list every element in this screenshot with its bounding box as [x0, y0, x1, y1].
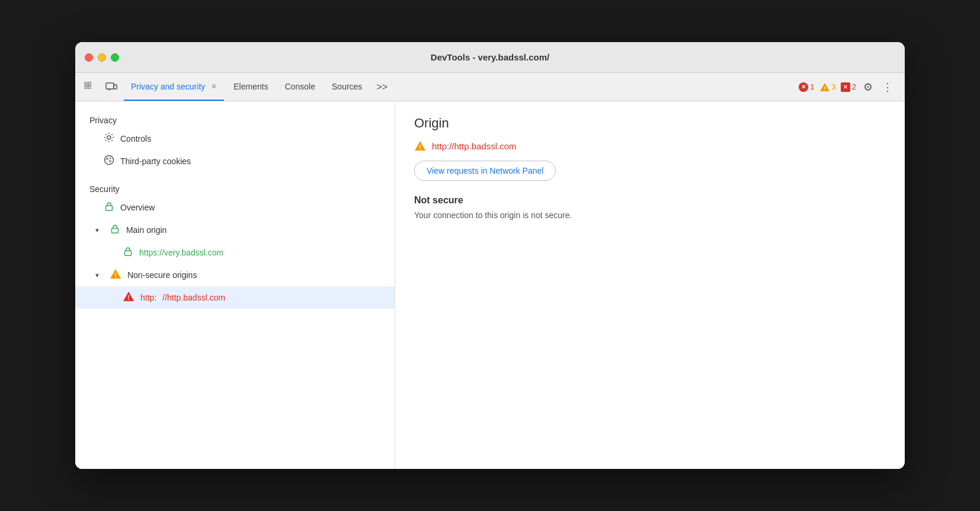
warning-badge[interactable]: ! 3 — [819, 82, 836, 92]
lock-main-icon — [110, 223, 120, 237]
more-tabs-button[interactable]: >> — [371, 73, 392, 101]
more-options-icon[interactable]: ⋮ — [880, 78, 895, 96]
sidebar-item-main-origin[interactable]: ▼ Main origin — [75, 219, 395, 241]
minimize-button[interactable] — [98, 53, 106, 62]
sidebar-item-non-secure-url[interactable]: ! http://http.badssl.com — [75, 286, 395, 309]
overview-label: Overview — [120, 203, 155, 212]
tab-privacy-security[interactable]: Privacy and security ✕ — [124, 73, 224, 101]
blocked-icon: ✕ — [841, 82, 850, 92]
svg-text:!: ! — [114, 272, 116, 279]
svg-rect-14 — [106, 206, 113, 210]
svg-rect-4 — [106, 83, 114, 89]
lock-secure-icon — [123, 246, 133, 259]
device-toggle-icon[interactable] — [101, 73, 121, 101]
sidebar-item-main-origin-url[interactable]: https://very.badssl.com — [75, 241, 395, 264]
svg-rect-16 — [125, 251, 132, 256]
window-title: DevTools - very.badssl.com/ — [431, 52, 549, 62]
origin-url-link[interactable]: http://http.badssl.com — [432, 141, 517, 151]
tab-label: Sources — [332, 82, 362, 91]
devtools-window: DevTools - very.badssl.com/ Privacy and … — [75, 42, 905, 469]
privacy-section-header: Privacy — [75, 111, 395, 127]
svg-point-12 — [110, 161, 111, 162]
controls-label: Controls — [120, 134, 151, 143]
non-secure-url-http: http: — [140, 293, 156, 302]
sidebar-item-overview[interactable]: Overview — [75, 196, 395, 219]
blocked-badge[interactable]: ✕ 2 — [841, 82, 856, 92]
origin-url-row: ! http://http.badssl.com — [414, 140, 886, 151]
tab-label: Privacy and security — [131, 82, 205, 91]
title-bar: DevTools - very.badssl.com/ — [75, 42, 905, 73]
error-badge[interactable]: ✕ 1 — [799, 82, 814, 92]
svg-rect-15 — [111, 228, 118, 233]
svg-point-11 — [107, 158, 108, 160]
svg-rect-3 — [88, 86, 91, 88]
settings-icon[interactable]: ⚙ — [861, 78, 875, 96]
security-section-header: Security — [75, 180, 395, 196]
origin-url-rest: //http.badssl.com — [449, 141, 516, 151]
sidebar: Privacy Controls — [75, 101, 395, 469]
maximize-button[interactable] — [111, 53, 119, 62]
gear-icon — [104, 132, 114, 145]
svg-point-10 — [105, 156, 114, 165]
chevron-down-icon-2: ▼ — [94, 272, 100, 279]
svg-text:!: ! — [824, 85, 825, 91]
origin-section: Origin ! http://http.badssl.com View req… — [414, 116, 886, 181]
tabs-right: ✕ 1 ! 3 ✕ 2 ⚙ ⋮ — [794, 73, 900, 101]
tabs-bar: Privacy and security ✕ Elements Console … — [75, 73, 905, 101]
svg-rect-2 — [85, 86, 87, 88]
svg-text:!: ! — [419, 144, 421, 151]
element-picker-icon[interactable] — [80, 73, 99, 101]
main-content: Privacy Controls — [75, 101, 905, 469]
main-origin-label: Main origin — [126, 225, 166, 235]
cookies-label: Third-party cookies — [120, 157, 191, 166]
sidebar-item-cookies[interactable]: Third-party cookies — [75, 150, 395, 173]
warning-count: 3 — [832, 82, 836, 91]
svg-rect-0 — [85, 82, 87, 85]
not-secure-desc: Your connection to this origin is not se… — [414, 210, 886, 220]
close-button[interactable] — [85, 53, 93, 62]
non-secure-url-rest: //http.badssl.com — [162, 293, 225, 302]
not-secure-section: Not secure Your connection to this origi… — [414, 181, 886, 220]
tab-label: Console — [285, 82, 315, 91]
tab-sources[interactable]: Sources — [325, 73, 369, 101]
chevron-down-icon: ▼ — [94, 227, 100, 234]
svg-text:!: ! — [127, 295, 129, 301]
main-panel: Origin ! http://http.badssl.com View req… — [395, 101, 905, 469]
main-origin-url: https://very.badssl.com — [139, 248, 223, 257]
svg-rect-5 — [114, 85, 117, 89]
tab-close-icon[interactable]: ✕ — [211, 82, 217, 91]
warning-icon: ! — [819, 82, 830, 92]
svg-point-9 — [107, 136, 111, 139]
origin-url-http: http: — [432, 141, 449, 151]
blocked-count: 2 — [852, 82, 856, 91]
view-requests-button[interactable]: View requests in Network Panel — [414, 161, 556, 181]
sidebar-item-controls[interactable]: Controls — [75, 127, 395, 150]
lock-icon — [104, 201, 114, 214]
error-icon: ✕ — [799, 82, 808, 92]
origin-header: Origin — [414, 116, 886, 131]
traffic-lights — [85, 53, 119, 62]
tab-label: Elements — [233, 82, 268, 91]
svg-rect-1 — [88, 82, 91, 85]
tab-spacer — [395, 73, 792, 101]
not-secure-title: Not secure — [414, 195, 886, 206]
non-secure-label: Non-secure origins — [127, 270, 197, 280]
tab-console[interactable]: Console — [278, 73, 322, 101]
cookie-icon — [104, 155, 114, 168]
warning-icon-panel: ! — [414, 140, 426, 151]
sidebar-item-non-secure[interactable]: ▼ ! Non-secure origins — [75, 264, 395, 286]
error-count: 1 — [810, 82, 814, 91]
warning-red-icon: ! — [123, 291, 134, 304]
tab-elements[interactable]: Elements — [226, 73, 275, 101]
svg-point-13 — [110, 158, 111, 159]
warning-triangle-icon: ! — [110, 269, 121, 282]
